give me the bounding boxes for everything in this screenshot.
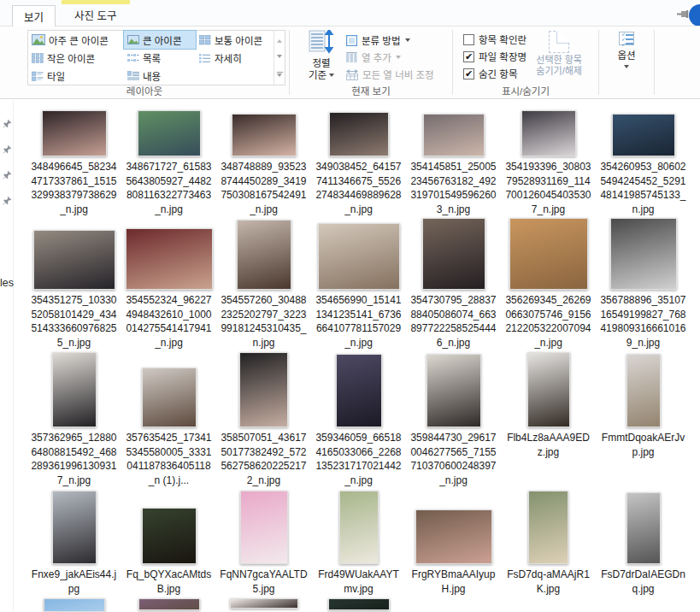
item-checkboxes-toggle[interactable]: 항목 확인란	[463, 31, 526, 48]
file-item[interactable]: FsD7dq-aMAAjR1K.jpg	[501, 489, 596, 596]
checkbox-icon[interactable]	[463, 68, 474, 79]
file-thumbnail	[626, 354, 661, 427]
pin-icon[interactable]	[3, 119, 12, 128]
dropdown-arrow-icon	[405, 38, 410, 44]
checkbox-icon[interactable]	[463, 34, 474, 45]
file-item[interactable]: Flb4Lz8aAAA9EDz.jpg	[501, 352, 596, 487]
hidden-items-toggle[interactable]: 숨긴 항목	[463, 65, 526, 82]
file-item[interactable]: 348748889_935238744450289_34197503081675…	[216, 109, 311, 216]
file-name: 348496645_582344717337861_15153299383797…	[30, 160, 118, 216]
file-item[interactable]: 348496645_582344717337861_15153299383797…	[26, 109, 121, 216]
layout-item-label: 아주 큰 아이콘	[49, 33, 109, 47]
ribbon-pin-icon[interactable]	[677, 10, 689, 18]
file-item[interactable]: 348671727_615835643805927_44828081163227…	[121, 109, 216, 216]
file-name: 356269345_262690663075746_91562122053220…	[504, 293, 592, 350]
file-item[interactable]: FrgRYBmaAAIyupH.jpg	[406, 489, 501, 596]
large-icons-icon	[127, 35, 139, 44]
file-item[interactable]: Frd49WUakAAYTmv.jpg	[311, 489, 406, 596]
file-item[interactable]: 356269345_262690663075746_91562122053220…	[501, 217, 596, 350]
small-icons-icon	[32, 53, 44, 63]
layout-item-tiles[interactable]: 타일	[28, 67, 124, 85]
add-columns-button[interactable]: 열 추가	[346, 49, 434, 66]
file-item[interactable]: 356788896_3510716549199827_7684198093166…	[596, 217, 691, 350]
gallery-scroll-down-icon[interactable]	[274, 49, 285, 67]
file-name: 354145851_2500523456763182_4923197015495…	[409, 160, 497, 216]
pin-icon[interactable]	[3, 196, 12, 205]
checkbox-icon[interactable]	[463, 51, 474, 62]
layout-item-extra-large-icons[interactable]: 아주 큰 아이콘	[28, 31, 124, 49]
file-thumbnail	[318, 223, 400, 290]
file-name: 357362965_1288064808815492_4682893619961…	[30, 431, 118, 487]
file-thumbnail	[126, 228, 213, 290]
file-thumbnail	[423, 114, 485, 156]
file-thumbnail	[237, 220, 291, 290]
add-columns-label: 열 추가	[362, 50, 391, 64]
file-item[interactable]	[216, 598, 311, 612]
file-item[interactable]: FsD7drDaIAEGDnq.jpg	[596, 489, 691, 596]
file-thumbnail	[239, 352, 288, 427]
file-item[interactable]	[121, 598, 216, 612]
pin-icon[interactable]	[3, 170, 12, 179]
file-thumbnail	[422, 218, 485, 290]
file-item[interactable]: Fnxe9_jakAEis44.jpg	[26, 489, 121, 596]
ribbon-section-show-hide: 항목 확인란 파일 확장명 숨긴 항목 선택한 항목 숨기기/해제 표시/숨기기	[453, 26, 598, 98]
gallery-expand-icon[interactable]	[274, 67, 285, 85]
tab-view[interactable]: 보기	[12, 5, 56, 26]
file-item[interactable]: 358507051_4361750177382492_5725627586202…	[216, 352, 311, 487]
navigation-item-partial-label[interactable]: les	[0, 277, 14, 289]
dropdown-arrow-icon	[624, 65, 629, 71]
file-item[interactable]: 359346059_665184165033066_22681352317170…	[311, 352, 406, 487]
file-item[interactable]: 349038452_641577411346675_55262748344698…	[311, 109, 406, 216]
medium-icons-icon	[199, 35, 211, 45]
file-item[interactable]: FmmtDqoakAErJvp.jpg	[596, 352, 691, 487]
file-item[interactable]: 354730795_2883788405086074_6638977222585…	[406, 217, 501, 350]
file-item[interactable]: 354193396_3080379528931169_1147001260454…	[501, 109, 596, 216]
layout-item-content[interactable]: 내용	[124, 67, 196, 85]
options-button[interactable]: 옵션	[599, 26, 654, 98]
navigation-pane-edge: les	[0, 100, 14, 612]
file-item[interactable]: 354260953_806025494245452_52914814198574…	[596, 109, 691, 216]
help-icon[interactable]	[689, 4, 700, 26]
content-icon	[127, 71, 139, 81]
tab-picture-tools[interactable]: 사진 도구	[62, 4, 129, 26]
layout-item-large-icons[interactable]: 큰 아이콘	[124, 31, 196, 49]
layout-item-small-icons[interactable]: 작은 아이콘	[28, 49, 124, 67]
file-item[interactable]: 357635425_173415345580005_33310411878364…	[121, 352, 216, 487]
group-by-button[interactable]: 분류 방법	[346, 32, 434, 49]
file-item[interactable]: 354351275_1033052058101429_4345143336609…	[26, 217, 121, 350]
layout-item-details[interactable]: 자세히	[196, 49, 274, 67]
file-thumbnail	[612, 114, 675, 156]
file-name: 354730795_2883788405086074_6638977222585…	[409, 293, 497, 350]
layout-section-label: 레이아웃	[0, 84, 289, 97]
file-extensions-toggle[interactable]: 파일 확장명	[463, 48, 526, 65]
file-item[interactable]: 354557260_304882325202797_32239918124531…	[216, 217, 311, 350]
file-item[interactable]	[311, 598, 406, 612]
file-thumbnail	[232, 114, 297, 156]
layout-item-medium-icons[interactable]: 보통 아이콘	[196, 31, 274, 49]
file-item[interactable]	[26, 598, 121, 612]
fit-columns-button[interactable]: 모든 열 너비 조정	[346, 66, 434, 83]
file-name: Fnxe9_jakAEis44.jpg	[30, 568, 118, 596]
layout-item-list[interactable]: 목록	[124, 49, 196, 67]
file-item[interactable]: FqNN7gcaYAALTD5.jpg	[216, 489, 311, 596]
layout-item-label: 큰 아이콘	[143, 33, 182, 47]
file-item[interactable]: 354656990_151411341235141_67366641077811…	[311, 217, 406, 350]
file-item[interactable]: 354552324_962274948432610_10000142755414…	[121, 217, 216, 350]
ribbon-view-panel: 아주 큰 아이콘 큰 아이콘 보통 아이콘 작은 아이콘	[0, 26, 700, 99]
details-icon	[199, 53, 211, 63]
file-thumbnail	[33, 230, 115, 290]
file-item[interactable]: Fq_bQYXacAMtdsB.jpg	[121, 489, 216, 596]
file-name: Fq_bQYXacAMtdsB.jpg	[125, 568, 213, 596]
hide-selected-icon	[549, 31, 569, 53]
show-hide-section-label: 표시/숨기기	[453, 84, 598, 97]
pin-icon[interactable]	[3, 144, 12, 154]
ribbon-section-layout: 아주 큰 아이콘 큰 아이콘 보통 아이콘 작은 아이콘	[0, 26, 289, 98]
gallery-scroll-up-icon[interactable]	[274, 31, 285, 49]
file-item[interactable]: 354145851_2500523456763182_4923197015495…	[406, 109, 501, 216]
file-item[interactable]: 359844730_296170046277565_71557103706002…	[406, 352, 501, 487]
gallery-scroll-controls	[274, 31, 285, 85]
file-item[interactable]: 357362965_1288064808815492_4682893619961…	[26, 352, 121, 487]
sort-by-label-line1: 정렬	[312, 57, 330, 69]
file-thumbnail	[230, 598, 298, 609]
add-columns-icon	[346, 52, 357, 62]
